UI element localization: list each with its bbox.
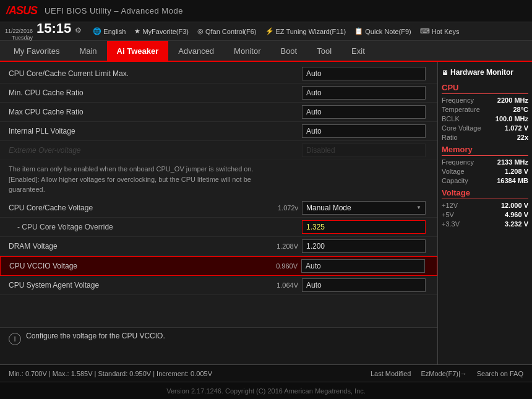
setting-row-cpu-system-agent-voltage[interactable]: CPU System Agent Voltage1.064VAuto bbox=[0, 276, 437, 295]
setting-label-cpu-core-cache-limit: CPU Core/Cache Current Limit Max. bbox=[9, 69, 302, 78]
ez-icon: ⚡ bbox=[265, 27, 274, 35]
value-box-cpu-core-cache-limit[interactable]: Auto bbox=[302, 67, 426, 80]
ez-mode-button[interactable]: EzMode(F7)|→ bbox=[421, 370, 466, 377]
setting-row-cpu-vccio-voltage[interactable]: CPU VCCIO Voltage0.960VAuto bbox=[0, 256, 437, 276]
hw-label: Frequency bbox=[442, 97, 474, 104]
value-box-min-cpu-cache-ratio[interactable]: Auto bbox=[302, 86, 426, 100]
asus-logo: /ASUS bbox=[6, 4, 37, 17]
hw-value: 1.072 V bbox=[505, 124, 528, 132]
date-display: 11/22/2016 bbox=[5, 28, 33, 35]
hot-keys-label: Hot Keys bbox=[432, 28, 460, 35]
hw-value: 16384 MB bbox=[497, 177, 528, 184]
value-box-dram-voltage[interactable]: 1.200 bbox=[302, 239, 426, 253]
hw-label: Voltage bbox=[442, 168, 465, 175]
hw-label: BCLK bbox=[442, 115, 460, 122]
setting-label-min-cpu-cache-ratio: Min. CPU Cache Ratio bbox=[9, 88, 302, 97]
chevron-down-icon: ▼ bbox=[416, 205, 421, 210]
setting-row-cpu-core-cache-limit[interactable]: CPU Core/Cache Current Limit Max.Auto bbox=[0, 64, 437, 84]
setting-row-internal-pll-voltage[interactable]: Internal PLL VoltageAuto bbox=[0, 122, 437, 141]
nav-tab-tool[interactable]: Tool bbox=[307, 41, 341, 62]
notice-line2: [Enabled]: Allow higher voltages for ove… bbox=[9, 174, 429, 185]
nav-tab-main[interactable]: Main bbox=[69, 41, 106, 62]
nav-tab-advanced[interactable]: Advanced bbox=[168, 41, 224, 62]
value-box-cpu-core-voltage-override[interactable]: 1.325 bbox=[302, 220, 426, 234]
hw-section-voltage: Voltage bbox=[442, 188, 528, 199]
dropdown-cpu-core-cache-voltage[interactable]: Manual Mode▼ bbox=[302, 201, 426, 215]
setting-row-max-cpu-cache-ratio[interactable]: Max CPU Cache RatioAuto bbox=[0, 103, 437, 122]
hw-value: 3.232 V bbox=[505, 220, 528, 228]
value-box-max-cpu-cache-ratio[interactable]: Auto bbox=[302, 105, 426, 119]
language-label: English bbox=[103, 28, 126, 35]
note-icon: 📋 bbox=[354, 27, 363, 35]
nav-tab-exit[interactable]: Exit bbox=[341, 41, 375, 62]
setting-label-cpu-vccio-voltage: CPU VCCIO Voltage bbox=[9, 262, 264, 270]
main-area: CPU Core/Cache Current Limit Max.AutoMin… bbox=[0, 62, 532, 364]
setting-row-cpu-core-cache-voltage[interactable]: CPU Core/Cache Voltage1.072vManual Mode▼ bbox=[0, 199, 437, 218]
ez-tuning-label: EZ Tuning Wizard(F11) bbox=[276, 28, 346, 35]
hw-label: +3.3V bbox=[442, 220, 460, 228]
notice-line3: guaranteed. bbox=[9, 184, 429, 195]
info-text: Configure the voltage for the CPU VCCIO. bbox=[26, 332, 165, 340]
hw-value: 2133 MHz bbox=[497, 158, 528, 166]
hw-label: +12V bbox=[442, 202, 458, 209]
hw-row-+12v: +12V 12.000 V bbox=[442, 202, 528, 209]
setting-label-cpu-core-voltage-override: - CPU Core Voltage Override bbox=[9, 223, 302, 231]
value-box-cpu-vccio-voltage[interactable]: Auto bbox=[301, 259, 425, 273]
hardware-monitor-panel: Hardware Monitor CPU Frequency 2200 MHz … bbox=[438, 62, 532, 364]
hw-label: Temperature bbox=[442, 106, 480, 113]
setting-badge-cpu-vccio-voltage: 0.960V bbox=[264, 262, 298, 270]
hw-row-bclk: BCLK 100.0 MHz bbox=[442, 115, 528, 122]
setting-row-min-cpu-cache-ratio[interactable]: Min. CPU Cache RatioAuto bbox=[0, 84, 437, 103]
ez-tuning-button[interactable]: ⚡ EZ Tuning Wizard(F11) bbox=[265, 27, 346, 35]
hw-row-frequency: Frequency 2200 MHz bbox=[442, 97, 528, 104]
nav-tabs: My FavoritesMainAi TweakerAdvancedMonito… bbox=[0, 41, 532, 62]
last-modified-button[interactable]: Last Modified bbox=[371, 370, 411, 377]
qfan-label: Qfan Control(F6) bbox=[205, 28, 257, 35]
value-box-internal-pll-voltage[interactable]: Auto bbox=[302, 124, 426, 138]
setting-row-extreme-overvoltage: Extreme Over-voltageDisabled bbox=[0, 141, 437, 160]
setting-label-cpu-system-agent-voltage: CPU System Agent Voltage bbox=[9, 281, 264, 290]
search-faq-button[interactable]: Search on FAQ bbox=[477, 370, 523, 377]
toolbar: 11/22/2016 Tuesday 15:15 ⚙ 🌐 English ★ M… bbox=[0, 22, 532, 41]
hw-value: 4.960 V bbox=[505, 211, 528, 218]
hot-keys-button[interactable]: ⌨ Hot Keys bbox=[420, 27, 460, 35]
quick-note-button[interactable]: 📋 Quick Note(F9) bbox=[354, 27, 411, 35]
language-selector[interactable]: 🌐 English bbox=[93, 27, 126, 35]
hw-label: +5V bbox=[442, 211, 454, 218]
hw-label: Core Voltage bbox=[442, 124, 481, 132]
nav-tab-my-favorites[interactable]: My Favorites bbox=[4, 41, 69, 62]
info-panel: i Configure the voltage for the CPU VCCI… bbox=[0, 327, 437, 364]
setting-row-cpu-core-voltage-override[interactable]: - CPU Core Voltage Override1.325 bbox=[0, 218, 437, 237]
setting-badge-dram-voltage: 1.208V bbox=[264, 242, 298, 250]
hw-row-frequency: Frequency 2133 MHz bbox=[442, 158, 528, 166]
hw-row-+5v: +5V 4.960 V bbox=[442, 211, 528, 218]
hw-value: 100.0 MHz bbox=[496, 115, 528, 122]
globe-icon: 🌐 bbox=[93, 27, 101, 35]
setting-label-max-cpu-cache-ratio: Max CPU Cache Ratio bbox=[9, 108, 302, 116]
nav-tab-boot[interactable]: Boot bbox=[270, 41, 307, 62]
settings-list: CPU Core/Cache Current Limit Max.AutoMin… bbox=[0, 62, 437, 327]
setting-label-cpu-core-cache-voltage: CPU Core/Cache Voltage bbox=[9, 204, 264, 212]
star-icon: ★ bbox=[134, 27, 140, 35]
value-box-cpu-system-agent-voltage[interactable]: Auto bbox=[302, 278, 426, 292]
overvoltage-notice: The item can only be enabled when the on… bbox=[0, 160, 437, 199]
setting-label-dram-voltage: DRAM Voltage bbox=[9, 242, 264, 251]
setting-badge-cpu-core-cache-voltage: 1.072v bbox=[264, 204, 298, 212]
hw-label: Frequency bbox=[442, 158, 474, 166]
hw-row-capacity: Capacity 16384 MB bbox=[442, 177, 528, 184]
nav-tab-ai-tweaker[interactable]: Ai Tweaker bbox=[107, 41, 169, 62]
hw-section-memory: Memory bbox=[442, 145, 528, 156]
hw-monitor-title: Hardware Monitor bbox=[442, 66, 528, 79]
header-bar: /ASUS UEFI BIOS Utility – Advanced Mode bbox=[0, 0, 532, 22]
gear-icon[interactable]: ⚙ bbox=[75, 26, 82, 35]
my-favorite-button[interactable]: ★ MyFavorite(F3) bbox=[134, 27, 189, 35]
nav-tab-monitor[interactable]: Monitor bbox=[224, 41, 270, 62]
status-bar: Min.: 0.700V | Max.: 1.585V | Standard: … bbox=[0, 364, 532, 382]
bios-title: UEFI BIOS Utility – Advanced Mode bbox=[45, 6, 183, 15]
setting-row-dram-voltage[interactable]: DRAM Voltage1.208V1.200 bbox=[0, 237, 437, 256]
qfan-button[interactable]: ◎ Qfan Control(F6) bbox=[197, 27, 257, 35]
hw-label: Ratio bbox=[442, 134, 458, 141]
voltage-hint: Min.: 0.700V | Max.: 1.585V | Standard: … bbox=[9, 370, 212, 377]
hw-section-cpu: CPU bbox=[442, 83, 528, 94]
hw-value: 2200 MHz bbox=[497, 97, 528, 104]
